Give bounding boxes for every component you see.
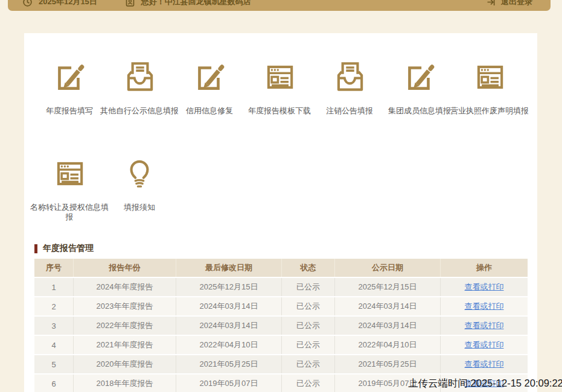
cell-publicity-date: 2024年03月14日 (335, 297, 441, 315)
cell-report-year: 2021年年度报告 (74, 336, 176, 354)
inbox-document-icon (331, 58, 368, 96)
cell-status: 已公示 (282, 317, 335, 335)
cell-index: 3 (34, 317, 74, 335)
inbox-document-icon (121, 58, 158, 96)
cell-last-modified: 2021年05月25日 (176, 355, 282, 373)
logout-label: 退出登录 (501, 0, 532, 7)
menu-item-annual-report-fill[interactable]: 年度报告填写 (34, 58, 104, 155)
menu-item-group-member-info[interactable]: 集团成员信息填报 (385, 58, 455, 155)
user-badge-icon (125, 0, 135, 7)
header-index: 序号 (34, 259, 74, 277)
cell-status: 已公示 (282, 336, 335, 354)
cell-index: 1 (34, 278, 74, 296)
cell-publicity-date: 2022年04月10日 (335, 336, 441, 354)
cell-report-year: 2022年年度报告 (74, 317, 176, 335)
cell-status: 已公示 (282, 375, 335, 392)
annual-report-section: 年度报告管理 序号 报告年份 最后修改日期 状态 公示日期 操作 (24, 243, 537, 392)
menu-item-label: 信用信息修复 (169, 106, 250, 116)
cell-last-modified: 2022年04月10日 (176, 336, 282, 354)
section-title-bar (34, 244, 37, 253)
header-publicity-date: 公示日期 (335, 259, 441, 277)
table-row: 4 2021年年度报告 2022年04月10日 已公示 2022年04月10日 … (34, 336, 528, 354)
menu-item-report-template-download[interactable]: 年度报告模板下载 (244, 58, 315, 155)
menu-item-filing-instructions[interactable]: 填报须知 (104, 155, 174, 251)
pencil-square-icon (51, 58, 88, 96)
view-print-link[interactable]: 查看或打印 (465, 302, 504, 311)
table-header-row: 序号 报告年份 最后修改日期 状态 公示日期 操作 (34, 259, 528, 277)
menu-item-label: 集团成员信息填报 (379, 106, 460, 116)
menu-item-credit-repair[interactable]: 信用信息修复 (174, 58, 244, 155)
menu-item-name-transfer-authorization[interactable]: 名称转让及授权信息填报 (34, 155, 104, 251)
menu-grid: 年度报告填写 其他自行公示信息填报 信用信息修复 年度报告模板下载 注销公告填报… (24, 33, 527, 251)
view-print-link[interactable]: 查看或打印 (465, 340, 504, 349)
view-print-link[interactable]: 查看或打印 (465, 359, 504, 368)
menu-item-label: 营业执照作废声明填报 (449, 106, 530, 116)
topbar: 2025年12月15日 您好！中江县回龙镇凯星数码店 退出登录 (8, 0, 551, 11)
header-operation: 操作 (441, 259, 528, 277)
header-status: 状态 (282, 259, 335, 277)
logout-icon (486, 0, 496, 7)
cell-report-year: 2023年年度报告 (74, 297, 176, 315)
pencil-square-icon (191, 58, 228, 96)
watermark-text: 上传云端时间:2025-12-15 20:09:22 (408, 377, 562, 390)
cell-index: 2 (34, 297, 74, 315)
header-report-year: 报告年份 (74, 259, 176, 277)
view-print-link[interactable]: 查看或打印 (465, 282, 504, 291)
cell-status: 已公示 (282, 278, 335, 296)
menu-item-cancellation-notice[interactable]: 注销公告填报 (315, 58, 385, 155)
browser-template-icon (51, 155, 88, 192)
table-row: 2 2023年年度报告 2024年03月14日 已公示 2024年03月14日 … (34, 297, 528, 315)
cell-report-year: 2024年年度报告 (74, 278, 176, 296)
lightbulb-icon (121, 155, 158, 192)
content-card: 年度报告填写 其他自行公示信息填报 信用信息修复 年度报告模板下载 注销公告填报… (24, 33, 537, 392)
menu-item-label: 注销公告填报 (309, 106, 390, 116)
cell-publicity-date: 2025年12月15日 (335, 278, 441, 296)
menu-item-label: 年度报告填写 (29, 106, 110, 116)
cell-status: 已公示 (282, 355, 335, 373)
table-row: 5 2020年年度报告 2021年05月25日 已公示 2021年05月25日 … (34, 355, 528, 373)
browser-template-icon (261, 58, 298, 96)
table-row: 3 2022年年度报告 2024年03月14日 已公示 2024年03月14日 … (34, 317, 528, 335)
clock-icon (22, 0, 33, 7)
current-date: 2025年12月15日 (39, 0, 97, 7)
cell-last-modified: 2019年05月07日 (176, 375, 282, 392)
cell-report-year: 2020年年度报告 (74, 355, 176, 373)
cell-publicity-date: 2024年03月14日 (335, 317, 441, 335)
menu-item-other-publicity-info[interactable]: 其他自行公示信息填报 (104, 58, 174, 155)
cell-last-modified: 2024年03月14日 (176, 297, 282, 315)
cell-last-modified: 2024年03月14日 (176, 317, 282, 335)
greeting-text: 您好！中江县回龙镇凯星数码店 (141, 0, 251, 7)
page: 2025年12月15日 您好！中江县回龙镇凯星数码店 退出登录 年度报告填写 其… (0, 0, 562, 392)
cell-status: 已公示 (282, 297, 335, 315)
cell-index: 6 (34, 375, 74, 392)
menu-item-label: 其他自行公示信息填报 (99, 106, 180, 116)
cell-index: 5 (34, 355, 74, 373)
menu-item-label: 名称转让及授权信息填报 (29, 203, 110, 223)
cell-publicity-date: 2021年05月25日 (335, 355, 441, 373)
browser-template-icon (471, 58, 508, 96)
table-row: 1 2024年年度报告 2025年12月15日 已公示 2025年12月15日 … (34, 278, 528, 296)
header-last-modified: 最后修改日期 (176, 259, 282, 277)
menu-item-license-invalidation[interactable]: 营业执照作废声明填报 (455, 58, 525, 155)
pencil-square-icon (401, 58, 438, 96)
cell-report-year: 2018年年度报告 (74, 375, 176, 392)
annual-report-table: 序号 报告年份 最后修改日期 状态 公示日期 操作 1 2024年年度报告 20… (34, 258, 528, 392)
view-print-link[interactable]: 查看或打印 (465, 321, 504, 330)
logout-button[interactable]: 退出登录 (486, 0, 532, 7)
section-title-text: 年度报告管理 (43, 243, 94, 254)
menu-item-label: 填报须知 (99, 203, 180, 212)
cell-index: 4 (34, 336, 74, 354)
menu-item-label: 年度报告模板下载 (239, 106, 320, 116)
cell-last-modified: 2025年12月15日 (176, 278, 282, 296)
